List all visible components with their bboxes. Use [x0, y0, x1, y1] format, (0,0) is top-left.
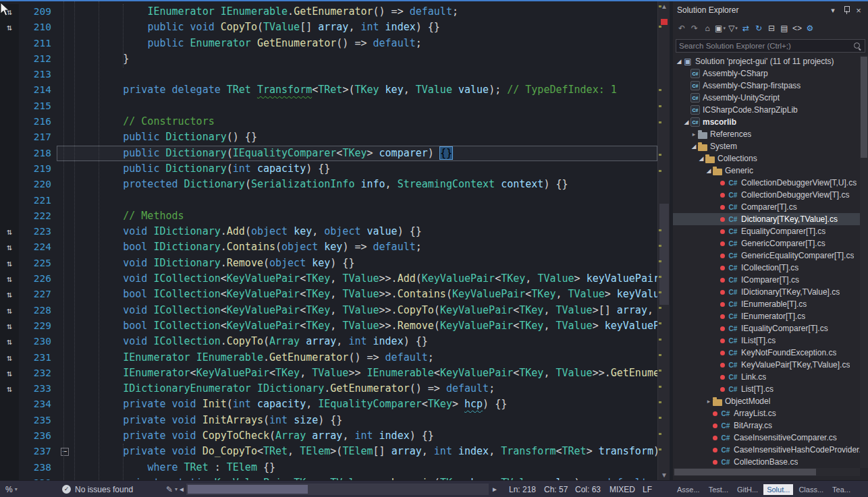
line-number[interactable]: 209 — [19, 4, 57, 20]
glyph-margin[interactable] — [0, 460, 19, 475]
glyph-margin[interactable] — [0, 36, 19, 51]
line-number[interactable]: 236 — [19, 428, 57, 444]
tree-item[interactable]: C#CollectionDebuggerView[T].cs — [673, 189, 860, 201]
scroll-down-icon[interactable]: ▼ — [658, 471, 670, 479]
glyph-margin[interactable] — [0, 177, 19, 192]
code-text[interactable]: public void CopyTo(TValue[] array, int i… — [74, 20, 657, 35]
tree-item[interactable]: C#List[T].cs — [673, 383, 860, 395]
implementation-updown-icon[interactable]: ⇅ — [0, 303, 19, 318]
hscroll-left-icon[interactable]: ◄ — [177, 481, 186, 497]
glyph-margin[interactable] — [0, 67, 19, 82]
glyph-margin[interactable] — [0, 51, 19, 67]
expander-icon[interactable]: ◢ — [705, 167, 713, 174]
code-text[interactable]: public Enumerator GetEnumerator() => def… — [74, 36, 657, 51]
line-number[interactable]: 222 — [19, 208, 57, 224]
tree-horizontal-scrollbar[interactable] — [673, 468, 860, 476]
tree-item[interactable]: ◢Generic — [673, 165, 860, 177]
editor-horizontal-scrollbar[interactable] — [186, 484, 489, 495]
code-text[interactable]: void ICollection.CopyTo(Array array, int… — [74, 334, 657, 349]
line-number[interactable]: 228 — [19, 303, 57, 318]
tree-item[interactable]: C#CollectionDebuggerView[T,U].cs — [673, 177, 860, 189]
code-text[interactable]: private void Do_CopyTo<TRet, TElem>(TEle… — [74, 444, 657, 459]
line-number[interactable]: 225 — [19, 256, 57, 271]
tool-window-tab[interactable]: GitH... — [734, 484, 761, 495]
document-health-indicator[interactable]: ✓ No issues found — [62, 481, 133, 497]
implementation-updown-icon[interactable]: ⇅ — [0, 366, 19, 381]
expander-icon[interactable]: ▸ — [690, 131, 698, 138]
implementation-updown-icon[interactable]: ⇅ — [0, 318, 19, 334]
tree-item[interactable]: ◢▣Solution 'project-gui' (11 of 11 proje… — [673, 55, 860, 67]
code-cleanup-button[interactable]: ✎ ▾ — [166, 481, 178, 497]
code-text[interactable]: IEnumerator IEnumerable.GetEnumerator() … — [74, 4, 657, 20]
tree-item[interactable]: C#IList[T].cs — [673, 334, 860, 347]
implementation-updown-icon[interactable]: ⇅ — [0, 256, 19, 271]
glyph-margin[interactable] — [0, 82, 19, 98]
glyph-margin[interactable] — [0, 98, 19, 114]
tree-item[interactable]: ◢Collections — [673, 152, 860, 165]
line-number[interactable]: 213 — [19, 67, 57, 82]
expander-icon[interactable]: ▸ — [705, 398, 713, 405]
tree-hscroll-thumb[interactable] — [674, 469, 816, 475]
implementation-updown-icon[interactable]: ⇅ — [0, 334, 19, 349]
tree-item[interactable]: C#ArrayList.cs — [673, 407, 860, 419]
back-icon[interactable]: ↶ — [676, 22, 688, 35]
expander-icon[interactable]: ◢ — [690, 143, 698, 150]
code-text[interactable]: void IDictionary.Remove(object key) {} — [74, 256, 657, 271]
tree-item[interactable]: C#Link.cs — [673, 371, 860, 383]
zoom-control[interactable]: % ▾ — [5, 481, 18, 497]
line-number[interactable]: 217 — [19, 129, 57, 145]
code-text[interactable]: private delegate TRet Transform<TRet>(TK… — [74, 82, 657, 98]
tree-item[interactable]: C#IEqualityComparer[T].cs — [673, 322, 860, 334]
code-text[interactable]: IEnumerator<KeyValuePair<TKey, TValue>> … — [74, 366, 657, 381]
tree-item[interactable]: C#Dictionary[TKey,TValue].cs — [673, 213, 860, 225]
line-number[interactable]: 221 — [19, 193, 57, 208]
glyph-margin[interactable] — [0, 208, 19, 224]
solution-tree[interactable]: ◢▣Solution 'project-gui' (11 of 11 proje… — [673, 55, 860, 469]
glyph-margin[interactable] — [0, 161, 19, 177]
line-number[interactable]: 229 — [19, 318, 57, 334]
code-text[interactable]: void IDictionary.Add(object key, object … — [74, 224, 657, 239]
status-line[interactable]: Ln: 218 — [509, 481, 536, 497]
glyph-margin[interactable] — [0, 146, 19, 161]
tool-window-tab[interactable]: Tea... — [829, 484, 854, 495]
sync-active-document-icon[interactable]: ⇄ — [740, 22, 752, 35]
implementation-updown-icon[interactable]: ⇅ — [0, 381, 19, 397]
line-number[interactable]: 233 — [19, 381, 57, 397]
tree-item[interactable]: ▸References — [673, 128, 860, 140]
editor-vertical-scrollbar[interactable]: ▲ ▼ — [657, 1, 670, 480]
tree-item[interactable]: C#IDictionary[TKey,TValue].cs — [673, 286, 860, 298]
fold-collapse-icon[interactable]: − — [61, 448, 69, 456]
line-number[interactable]: 238 — [19, 460, 57, 475]
code-text[interactable]: } — [74, 51, 657, 67]
implementation-updown-icon[interactable]: ⇅ — [0, 239, 19, 255]
refresh-icon[interactable]: ↻ — [753, 22, 765, 35]
tool-window-tab[interactable]: Class... — [795, 484, 827, 495]
glyph-margin[interactable] — [0, 413, 19, 428]
code-text[interactable]: private void CopyToCheck(Array array, in… — [74, 428, 657, 444]
tree-item[interactable]: C#IEnumerable[T].cs — [673, 298, 860, 310]
code-text[interactable]: bool ICollection<KeyValuePair<TKey, TVal… — [74, 287, 657, 302]
code-lines[interactable]: ⇅209 IEnumerator IEnumerable.GetEnumerat… — [0, 1, 657, 480]
status-column[interactable]: Col: 63 — [575, 481, 601, 497]
line-number[interactable]: 234 — [19, 397, 57, 412]
tree-item[interactable]: C#GenericComparer[T].cs — [673, 237, 860, 250]
implementation-updown-icon[interactable]: ⇅ — [0, 287, 19, 302]
forward-icon[interactable]: ↷ — [688, 22, 701, 35]
status-character[interactable]: Ch: 57 — [544, 481, 568, 497]
tree-item[interactable]: C#Comparer[T].cs — [673, 201, 860, 213]
code-text[interactable]: IDictionaryEnumerator IDictionary.GetEnu… — [74, 381, 657, 397]
tree-item[interactable]: C#GenericEqualityComparer[T].cs — [673, 250, 860, 262]
search-input[interactable] — [679, 42, 853, 50]
tree-item[interactable]: C#IComparer[T].cs — [673, 274, 860, 286]
pin-icon[interactable] — [842, 5, 850, 15]
glyph-margin[interactable] — [0, 114, 19, 129]
glyph-margin[interactable] — [0, 129, 19, 145]
expander-icon[interactable]: ◢ — [697, 155, 705, 162]
line-number[interactable]: 210 — [19, 20, 57, 35]
collapse-all-icon[interactable]: ⊟ — [765, 22, 778, 35]
hscroll-right-icon[interactable]: ► — [490, 481, 499, 497]
line-number[interactable]: 220 — [19, 177, 57, 192]
line-number[interactable]: 231 — [19, 350, 57, 366]
view-code-icon[interactable]: <> — [791, 22, 803, 35]
code-text[interactable]: public Dictionary() {} — [74, 129, 657, 145]
